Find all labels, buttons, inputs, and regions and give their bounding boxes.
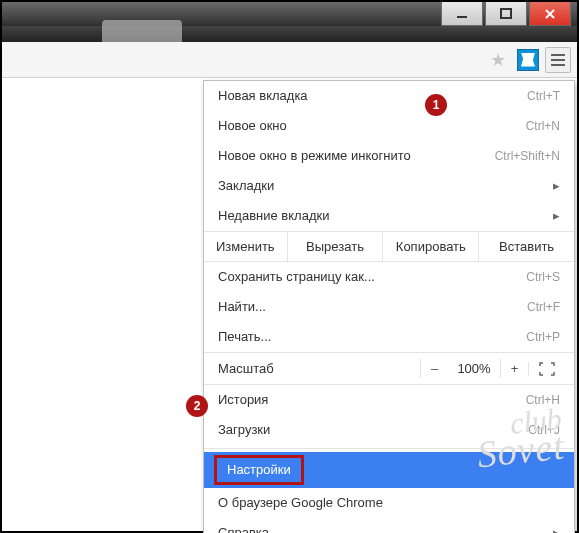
window-maximize-button[interactable] xyxy=(485,2,527,26)
menu-bookmarks[interactable]: Закладки ▸ xyxy=(204,171,574,201)
tab-strip xyxy=(2,26,577,42)
menu-save-as[interactable]: Сохранить страницу как... Ctrl+S xyxy=(204,262,574,292)
menu-zoom-label: Масштаб xyxy=(218,361,420,376)
menu-edit-row: Изменить Вырезать Копировать Вставить xyxy=(204,231,574,262)
menu-item-label: Печать... xyxy=(218,328,526,346)
menu-history[interactable]: История Ctrl+H xyxy=(204,385,574,415)
menu-item-label: Новое окно в режиме инкогнито xyxy=(218,147,495,165)
menu-item-label: Настройки xyxy=(214,455,304,485)
annotation-marker-1: 1 xyxy=(425,94,447,116)
menu-item-label: Справка xyxy=(218,524,547,533)
chevron-right-icon: ▸ xyxy=(553,177,560,195)
svg-rect-4 xyxy=(551,64,565,66)
menu-item-label: Найти... xyxy=(218,298,527,316)
menu-cut-button[interactable]: Вырезать xyxy=(287,232,383,261)
chevron-right-icon: ▸ xyxy=(553,524,560,533)
extension-icon xyxy=(517,49,539,71)
zoom-percent: 100% xyxy=(448,359,500,378)
chrome-main-menu: Новая вкладка Ctrl+T Новое окно Ctrl+N Н… xyxy=(203,80,575,533)
zoom-in-button[interactable]: + xyxy=(500,359,528,378)
menu-separator xyxy=(204,448,574,449)
menu-item-shortcut: Ctrl+T xyxy=(527,87,560,105)
hamburger-icon xyxy=(550,53,566,67)
menu-recent-tabs[interactable]: Недавние вкладки ▸ xyxy=(204,201,574,231)
window-close-button[interactable] xyxy=(529,2,571,26)
menu-settings[interactable]: Настройки xyxy=(204,452,574,488)
menu-item-shortcut: Ctrl+N xyxy=(526,117,560,135)
menu-find[interactable]: Найти... Ctrl+F xyxy=(204,292,574,322)
bookmark-star-button[interactable]: ★ xyxy=(485,47,511,73)
menu-item-shortcut: Ctrl+P xyxy=(526,328,560,346)
menu-new-window[interactable]: Новое окно Ctrl+N xyxy=(204,111,574,141)
menu-item-label: Недавние вкладки xyxy=(218,207,547,225)
browser-tab[interactable] xyxy=(102,20,182,42)
menu-item-shortcut: Ctrl+J xyxy=(528,421,560,439)
fullscreen-button[interactable] xyxy=(528,362,564,376)
menu-incognito[interactable]: Новое окно в режиме инкогнито Ctrl+Shift… xyxy=(204,141,574,171)
svg-rect-3 xyxy=(551,59,565,61)
window-titlebar xyxy=(2,2,577,26)
fullscreen-icon xyxy=(539,362,555,376)
menu-item-shortcut: Ctrl+F xyxy=(527,298,560,316)
menu-item-label: История xyxy=(218,391,526,409)
menu-item-label: Загрузки xyxy=(218,421,528,439)
window-minimize-button[interactable] xyxy=(441,2,483,26)
zoom-out-button[interactable]: – xyxy=(420,359,448,378)
menu-item-label: Закладки xyxy=(218,177,547,195)
menu-item-shortcut: Ctrl+S xyxy=(526,268,560,286)
annotation-marker-2: 2 xyxy=(186,395,208,417)
menu-downloads[interactable]: Загрузки Ctrl+J xyxy=(204,415,574,445)
browser-toolbar: ★ xyxy=(2,42,577,78)
menu-new-tab[interactable]: Новая вкладка Ctrl+T xyxy=(204,81,574,111)
menu-paste-button[interactable]: Вставить xyxy=(478,232,574,261)
main-menu-button[interactable] xyxy=(545,47,571,73)
menu-zoom-row: Масштаб – 100% + xyxy=(204,352,574,385)
menu-item-label: О браузере Google Chrome xyxy=(218,494,560,512)
menu-copy-button[interactable]: Копировать xyxy=(382,232,478,261)
menu-item-shortcut: Ctrl+Shift+N xyxy=(495,147,560,165)
menu-print[interactable]: Печать... Ctrl+P xyxy=(204,322,574,352)
menu-item-shortcut: Ctrl+H xyxy=(526,391,560,409)
menu-item-label: Сохранить страницу как... xyxy=(218,268,526,286)
menu-edit-label: Изменить xyxy=(204,232,287,261)
svg-rect-0 xyxy=(457,16,467,18)
menu-about-chrome[interactable]: О браузере Google Chrome xyxy=(204,488,574,518)
svg-rect-2 xyxy=(551,54,565,56)
star-icon: ★ xyxy=(490,49,506,71)
menu-help[interactable]: Справка ▸ xyxy=(204,518,574,533)
extension-button[interactable] xyxy=(515,47,541,73)
svg-rect-1 xyxy=(501,9,511,18)
menu-item-label: Новое окно xyxy=(218,117,526,135)
menu-item-label: Новая вкладка xyxy=(218,87,527,105)
chevron-right-icon: ▸ xyxy=(553,207,560,225)
